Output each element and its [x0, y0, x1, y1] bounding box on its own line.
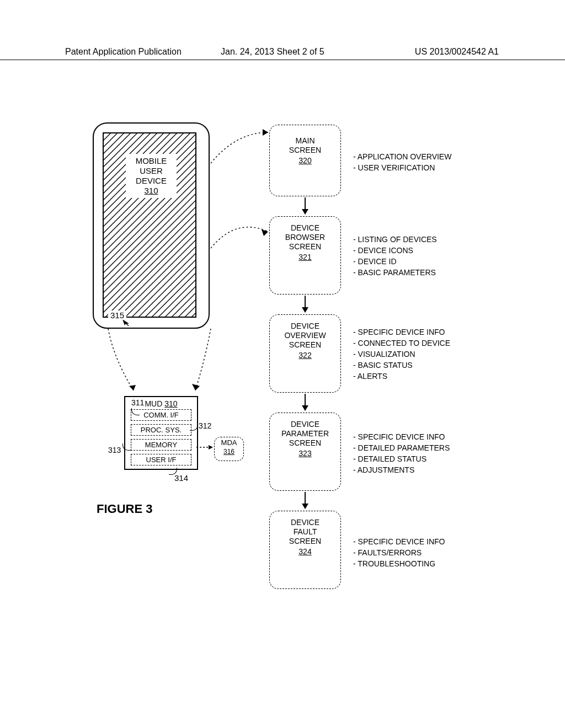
mud-title-text: MUD [145, 399, 162, 408]
mobile-device-label: MOBILE USER DEVICE 310 [126, 154, 177, 198]
screen-ref: 321 [270, 253, 340, 262]
header-right: US 2013/0024542 A1 [415, 47, 499, 57]
fault-screen-box: DEVICE FAULT SCREEN 324 [269, 511, 341, 589]
callout-to-browser-screen [209, 210, 275, 254]
mobile-label-l2: USER [140, 166, 163, 175]
note-item: - BASIC STATUS [353, 360, 450, 371]
screen-ref: 322 [270, 351, 340, 360]
mobile-label-l1: MOBILE [136, 156, 167, 165]
note-item: - DETAILED STATUS [353, 453, 450, 464]
svg-marker-2 [192, 384, 200, 390]
screen-l2: SCREEN [289, 146, 321, 154]
mud-row-comm: COMM. I/F [131, 409, 191, 421]
notes-browser-screen: - LISTING OF DEVICES - DEVICE ICONS - DE… [353, 234, 437, 278]
mud-row-userif: USER I/F [131, 454, 191, 465]
notes-main-screen: - APPLICATION OVERVIEW - USER VERIFICATI… [353, 151, 451, 173]
note-item: - VISUALIZATION [353, 349, 450, 360]
callout-to-main-screen [209, 127, 275, 171]
mobile-label-l3: DEVICE [136, 176, 167, 185]
mud-block: MUD 310 COMM. I/F PROC. SYS. MEMORY USER… [124, 396, 198, 470]
mobile-device-outline: MOBILE USER DEVICE 310 315 [93, 122, 210, 329]
screen-ref: 320 [270, 156, 340, 165]
flow-arrow-icon [305, 394, 306, 410]
note-item: - BASIC PARAMETERS [353, 267, 437, 278]
header-rule [0, 60, 565, 60]
note-item: - DEVICE ICONS [353, 245, 437, 256]
callout-line-right [158, 325, 235, 397]
note-item: - SPECIFIC DEVICE INFO [353, 326, 450, 338]
mud-num-313: 313 [108, 446, 121, 454]
mud-row-proc: PROC. SYS. [131, 424, 191, 436]
screen-ref: 324 [270, 547, 340, 556]
screen-l3: SCREEN [289, 242, 321, 251]
note-item: - ADJUSTMENTS [353, 464, 450, 475]
flow-arrow-icon [305, 492, 306, 508]
screen-l1: DEVICE [291, 223, 319, 232]
note-item: - SPECIFIC DEVICE INFO [353, 431, 450, 442]
flow-arrow-icon [305, 197, 306, 214]
main-screen-box: MAIN SCREEN 320 [269, 125, 341, 196]
note-item: - FAULTS/ERRORS [353, 547, 445, 558]
mud-row-memory: MEMORY [131, 439, 191, 451]
svg-marker-4 [262, 229, 268, 236]
notes-parameter-screen: - SPECIFIC DEVICE INFO - DETAILED PARAME… [353, 431, 450, 475]
screen-l3: SCREEN [289, 340, 321, 349]
note-item: - USER VERIFICATION [353, 162, 451, 173]
note-item: - DETAILED PARAMETERS [353, 442, 450, 453]
screen-l1: MAIN [296, 136, 315, 145]
screen-l1: DEVICE [291, 518, 319, 527]
note-item: - TROUBLESHOOTING [353, 558, 445, 569]
screen-l2: PARAMETER [281, 429, 329, 438]
browser-screen-box: DEVICE BROWSER SCREEN 321 [269, 216, 341, 295]
note-item: - APPLICATION OVERVIEW [353, 151, 451, 162]
flow-arrow-icon [305, 296, 306, 312]
connector-mda [196, 445, 216, 450]
svg-marker-1 [129, 385, 136, 390]
patent-figure-page: Patent Application Publication Jan. 24, … [0, 0, 565, 728]
screen-l3: SCREEN [289, 537, 321, 545]
svg-marker-3 [263, 129, 268, 136]
note-item: - LISTING OF DEVICES [353, 234, 437, 245]
svg-marker-6 [209, 445, 213, 449]
parameter-screen-box: DEVICE PARAMETER SCREEN 323 [269, 413, 341, 491]
mda-label: MDA [221, 438, 237, 447]
mobile-ref: 310 [144, 186, 158, 195]
header-mid: Jan. 24, 2013 Sheet 2 of 5 [221, 47, 324, 57]
screen-l3: SCREEN [289, 438, 321, 447]
screen-l1: DEVICE [291, 322, 319, 330]
screen-l2: FAULT [294, 527, 317, 536]
screen-l2: OVERVIEW [284, 331, 326, 340]
mud-num-314: 314 [174, 473, 188, 483]
note-item: - CONNECTED TO DEVICE [353, 338, 450, 349]
mobile-pointer-ref: 315 [108, 311, 126, 320]
note-item: - ALERTS [353, 371, 450, 382]
note-item: - SPECIFIC DEVICE INFO [353, 536, 445, 547]
screen-l1: DEVICE [291, 420, 319, 429]
screen-ref: 323 [270, 449, 340, 458]
screen-l2: BROWSER [285, 233, 325, 242]
header-left: Patent Application Publication [65, 47, 182, 57]
mud-title-ref: 310 [164, 399, 177, 408]
note-item: - DEVICE ID [353, 256, 437, 267]
mud-num-312: 312 [199, 421, 211, 430]
notes-fault-screen: - SPECIFIC DEVICE INFO - FAULTS/ERRORS -… [353, 536, 445, 569]
mda-ref: 316 [223, 448, 234, 456]
mud-num-311: 311 [131, 398, 144, 407]
mda-block: MDA 316 [214, 437, 244, 461]
notes-overview-screen: - SPECIFIC DEVICE INFO - CONNECTED TO DE… [353, 326, 450, 382]
overview-screen-box: DEVICE OVERVIEW SCREEN 322 [269, 314, 341, 393]
figure-title: FIGURE 3 [97, 502, 152, 516]
